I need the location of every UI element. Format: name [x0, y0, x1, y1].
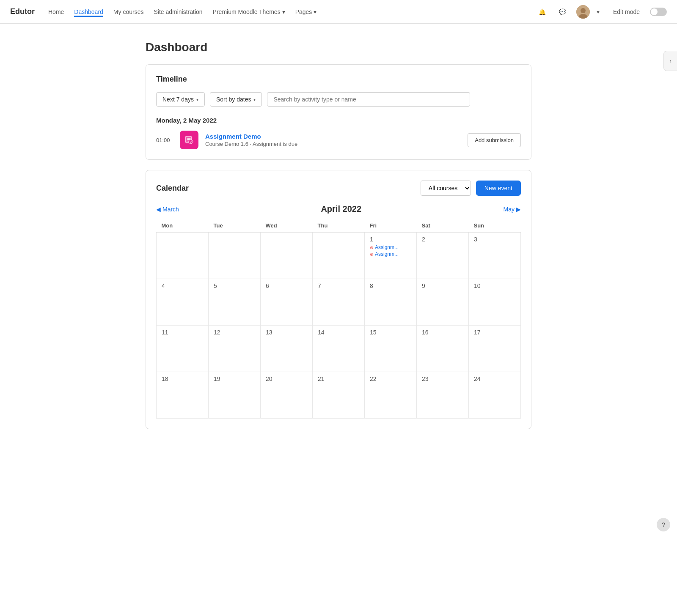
nav-premium-themes[interactable]: Premium Moodle Themes ▾	[213, 7, 285, 17]
day-number: 11	[162, 329, 203, 336]
event-dot: ⊘	[370, 252, 373, 257]
event-info: Assignment Demo Course Demo 1.6 · Assign…	[205, 133, 461, 147]
calendar-cell[interactable]: 13	[261, 326, 313, 372]
day-number: 6	[266, 282, 307, 289]
edit-mode-toggle[interactable]	[650, 8, 667, 16]
event-time: 01:00	[156, 137, 173, 143]
navbar: Edutor Home Dashboard My courses Site ad…	[0, 0, 677, 24]
calendar-cell[interactable]: 22	[365, 372, 417, 419]
calendar-cell[interactable]: 1⊘Assignm...⊘Assignm...	[365, 233, 417, 279]
day-number: 16	[422, 329, 463, 336]
timeline-item: 01:00 Assignment Demo Course Demo 1.6 · …	[156, 131, 521, 149]
calendar-title: Calendar	[156, 184, 189, 193]
new-event-button[interactable]: New event	[476, 181, 521, 196]
day-number: 14	[318, 329, 359, 336]
col-tue: Tue	[209, 219, 261, 233]
event-label: Assignm...	[375, 251, 399, 257]
calendar-event[interactable]: ⊘Assignm...	[370, 244, 411, 250]
chevron-down-icon: ▾	[196, 97, 198, 102]
calendar-week-row: 11121314151617	[157, 326, 521, 372]
day-number: 2	[422, 236, 463, 243]
calendar-cell[interactable]: 15	[365, 326, 417, 372]
calendar-cell[interactable]	[157, 233, 209, 279]
prev-month-button[interactable]: ◀ March	[156, 206, 179, 213]
messages-button[interactable]: 💬	[556, 5, 570, 19]
page-title: Dashboard	[146, 41, 531, 54]
calendar-cell[interactable]: 23	[417, 372, 469, 419]
nav-my-courses[interactable]: My courses	[113, 7, 144, 17]
chevron-left-icon: ‹	[669, 57, 671, 64]
calendar-cell[interactable]: 10	[469, 279, 521, 326]
chevron-down-icon: ▾	[253, 97, 256, 102]
event-name[interactable]: Assignment Demo	[205, 133, 461, 140]
nav-pages[interactable]: Pages ▾	[295, 7, 317, 17]
calendar-cell[interactable]: 5	[209, 279, 261, 326]
add-submission-button[interactable]: Add submission	[468, 133, 521, 147]
calendar-cell[interactable]: 20	[261, 372, 313, 419]
user-avatar[interactable]	[576, 5, 590, 19]
calendar-cell[interactable]: 19	[209, 372, 261, 419]
nav-site-admin[interactable]: Site administration	[154, 7, 202, 17]
calendar-cell[interactable]: 3	[469, 233, 521, 279]
next-month-button[interactable]: May ▶	[504, 206, 521, 213]
calendar-card: Calendar All courses New event ◀ March A…	[146, 170, 531, 429]
timeline-filters: Next 7 days ▾ Sort by dates ▾	[156, 92, 521, 107]
nav-right: 🔔 💬 ▾ Edit mode	[536, 5, 667, 19]
chevron-down-icon[interactable]: ▾	[597, 8, 600, 15]
calendar-cell[interactable]	[209, 233, 261, 279]
period-filter-button[interactable]: Next 7 days ▾	[156, 92, 205, 107]
calendar-header: Calendar All courses New event	[156, 181, 521, 196]
calendar-cell[interactable]: 14	[313, 326, 365, 372]
toggle-knob	[651, 8, 658, 15]
calendar-cell[interactable]: 6	[261, 279, 313, 326]
calendar-cell[interactable]	[261, 233, 313, 279]
courses-select[interactable]: All courses	[421, 181, 471, 196]
brand-logo[interactable]: Edutor	[10, 7, 35, 16]
day-number: 23	[422, 375, 463, 382]
right-arrow-icon: ▶	[516, 206, 521, 213]
col-thu: Thu	[313, 219, 365, 233]
calendar-cell[interactable]: 11	[157, 326, 209, 372]
col-wed: Wed	[261, 219, 313, 233]
search-input[interactable]	[267, 92, 470, 107]
calendar-cell[interactable]: 12	[209, 326, 261, 372]
day-number: 3	[474, 236, 515, 243]
notifications-button[interactable]: 🔔	[536, 5, 549, 19]
day-number: 9	[422, 282, 463, 289]
event-icon	[180, 131, 198, 149]
calendar-cell[interactable]	[313, 233, 365, 279]
day-number: 15	[370, 329, 411, 336]
calendar-event[interactable]: ⊘Assignm...	[370, 251, 411, 257]
nav-links: Home Dashboard My courses Site administr…	[48, 7, 536, 17]
sort-filter-button[interactable]: Sort by dates ▾	[210, 92, 262, 107]
calendar-cell[interactable]: 17	[469, 326, 521, 372]
col-mon: Mon	[157, 219, 209, 233]
calendar-cell[interactable]: 8	[365, 279, 417, 326]
nav-home[interactable]: Home	[48, 7, 64, 17]
event-description: Course Demo 1.6 · Assignment is due	[205, 141, 461, 147]
calendar-cell[interactable]: 16	[417, 326, 469, 372]
calendar-cell[interactable]: 21	[313, 372, 365, 419]
main-content: Dashboard Timeline Next 7 days ▾ Sort by…	[135, 24, 542, 456]
chevron-down-icon: ▾	[282, 8, 285, 15]
calendar-cell[interactable]: 7	[313, 279, 365, 326]
timeline-date: Monday, 2 May 2022	[156, 117, 521, 124]
day-number: 12	[214, 329, 255, 336]
calendar-cell[interactable]: 9	[417, 279, 469, 326]
calendar-cell[interactable]: 18	[157, 372, 209, 419]
timeline-title: Timeline	[156, 75, 521, 84]
chevron-down-icon: ▾	[314, 8, 316, 15]
event-label: Assignm...	[375, 244, 399, 250]
timeline-card: Timeline Next 7 days ▾ Sort by dates ▾ M…	[146, 64, 531, 160]
sidebar-toggle-button[interactable]: ‹	[663, 51, 677, 71]
calendar-header-row: Mon Tue Wed Thu Fri Sat Sun	[157, 219, 521, 233]
calendar-month-title: April 2022	[321, 204, 361, 214]
nav-dashboard[interactable]: Dashboard	[74, 7, 103, 17]
day-number: 20	[266, 375, 307, 382]
calendar-cell[interactable]: 4	[157, 279, 209, 326]
edit-mode-label: Edit mode	[613, 8, 640, 15]
calendar-cell[interactable]: 24	[469, 372, 521, 419]
calendar-week-row: 18192021222324	[157, 372, 521, 419]
col-fri: Fri	[365, 219, 417, 233]
calendar-cell[interactable]: 2	[417, 233, 469, 279]
